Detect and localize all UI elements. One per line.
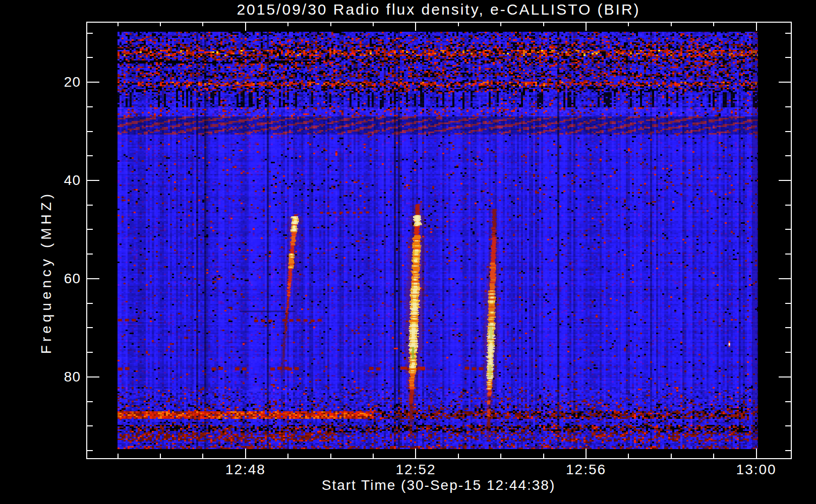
y-tick (779, 82, 792, 83)
y-tick (785, 327, 792, 328)
x-tick (671, 454, 672, 459)
axis-top (86, 22, 792, 23)
x-tick (287, 22, 288, 26)
x-tick (160, 22, 161, 26)
x-tick (330, 22, 331, 26)
y-tick (785, 131, 792, 132)
x-tick (458, 22, 459, 26)
axis-left (86, 22, 87, 459)
x-tick (756, 22, 757, 31)
y-tick (86, 327, 93, 328)
x-tick (543, 454, 544, 459)
y-tick (86, 450, 93, 451)
y-tick (785, 450, 792, 451)
y-tick (785, 229, 792, 230)
y-tick-label: 80 (45, 369, 81, 385)
x-tick (415, 449, 416, 459)
x-tick (628, 454, 629, 459)
x-tick (713, 22, 714, 26)
x-tick (586, 22, 587, 31)
y-tick (86, 376, 99, 377)
x-tick (500, 454, 501, 459)
y-tick (785, 401, 792, 402)
y-tick (86, 82, 99, 83)
y-tick-label: 20 (45, 74, 81, 90)
y-tick (86, 229, 93, 230)
y-tick (785, 57, 792, 58)
x-tick (756, 449, 757, 459)
y-tick (785, 425, 792, 426)
y-tick (86, 401, 93, 402)
x-tick (500, 22, 501, 26)
y-tick (86, 131, 93, 132)
x-tick (671, 22, 672, 26)
y-tick (86, 106, 93, 107)
x-tick (202, 22, 203, 26)
y-tick (86, 205, 93, 206)
y-tick (785, 254, 792, 255)
y-tick (86, 180, 99, 181)
x-tick (245, 449, 246, 459)
x-tick (118, 454, 119, 459)
x-tick (586, 449, 587, 459)
y-tick (86, 155, 93, 156)
x-tick (287, 454, 288, 459)
y-tick (86, 57, 93, 58)
x-tick (202, 454, 203, 459)
x-tick (373, 22, 374, 26)
x-tick (160, 454, 161, 459)
y-tick (86, 278, 99, 279)
y-tick-label: 40 (45, 172, 81, 188)
y-tick (86, 254, 93, 255)
x-tick (415, 22, 416, 31)
y-tick (785, 33, 792, 34)
x-tick (713, 454, 714, 459)
x-tick (458, 454, 459, 459)
x-tick (245, 22, 246, 31)
y-tick (785, 352, 792, 353)
y-tick (86, 425, 93, 426)
x-tick (373, 454, 374, 459)
x-tick-label: 12:48 (210, 462, 281, 478)
x-tick (628, 22, 629, 26)
x-tick (543, 22, 544, 26)
x-tick (330, 454, 331, 459)
spectrogram-image (118, 32, 758, 450)
solar-radio-spectrogram-window: 2015/09/30 Radio flux density, e-CALLIST… (0, 0, 816, 504)
y-tick (785, 106, 792, 107)
x-tick-label: 12:52 (380, 462, 451, 478)
y-tick (86, 303, 93, 304)
axis-bottom (86, 458, 792, 459)
y-tick (779, 278, 792, 279)
x-tick (118, 22, 119, 26)
x-tick-label: 13:00 (721, 462, 792, 478)
y-tick (785, 205, 792, 206)
chart-title: 2015/09/30 Radio flux density, e-CALLIST… (86, 1, 791, 18)
axis-right (791, 22, 792, 459)
y-axis-title: Frequency (MHZ) (38, 191, 54, 354)
y-tick (779, 180, 792, 181)
x-tick-label: 12:56 (551, 462, 621, 478)
y-tick (86, 33, 93, 34)
y-tick (785, 303, 792, 304)
y-tick (86, 352, 93, 353)
x-axis-title: Start Time (30-Sep-15 12:44:38) (86, 477, 791, 493)
y-tick (779, 376, 792, 377)
y-tick (785, 155, 792, 156)
